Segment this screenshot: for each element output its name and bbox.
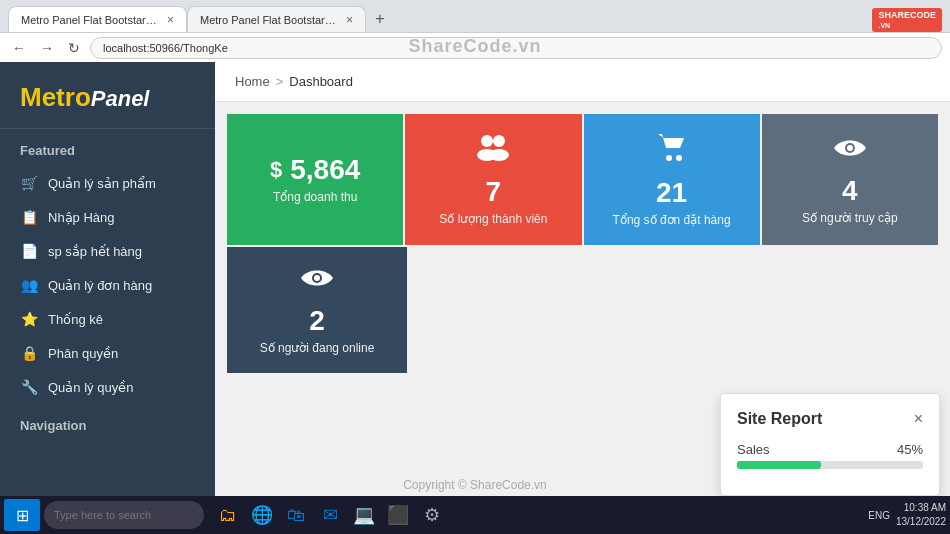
tab-2-title: Metro Panel Flat Bootstarp Resp...: [200, 14, 340, 26]
tab-2[interactable]: Metro Panel Flat Bootstarp Resp... ×: [187, 6, 366, 32]
site-report-header: Site Report ×: [737, 410, 923, 428]
taskbar-app-edge[interactable]: 🌐: [246, 499, 278, 531]
site-report-popup: Site Report × Sales 45%: [720, 393, 940, 496]
sidebar-item-manage-roles[interactable]: 🔧 Quản lý quyền: [0, 370, 215, 404]
products-icon: 🛒: [20, 175, 38, 191]
tab-1-title: Metro Panel Flat Bootstarp Resp...: [21, 14, 161, 26]
taskbar-time: 10:38 AM: [896, 501, 946, 515]
stat-orders-number: 21: [656, 179, 687, 207]
taskbar-app-mail[interactable]: ✉: [314, 499, 346, 531]
sidebar-item-roles[interactable]: 🔒 Phân quyền: [0, 336, 215, 370]
back-button[interactable]: ←: [8, 38, 30, 58]
svg-point-0: [481, 135, 493, 147]
stat-orders-label: Tổng số đơn đặt hàng: [613, 213, 731, 227]
site-report-close-button[interactable]: ×: [914, 410, 923, 428]
taskbar-app-vs[interactable]: 💻: [348, 499, 380, 531]
logo: MetroPanel: [20, 82, 195, 113]
breadcrumb-current: Dashboard: [289, 74, 353, 89]
taskbar-app-settings[interactable]: ⚙: [416, 499, 448, 531]
sidebar-item-stats[interactable]: ⭐ Thống kê: [0, 302, 215, 336]
stat-online-label: Số người đang online: [260, 341, 375, 355]
breadcrumb-sep: >: [276, 74, 284, 89]
forward-button[interactable]: →: [36, 38, 58, 58]
logo-panel: Panel: [91, 86, 150, 111]
sidebar-item-orders-label: Quản lý đơn hàng: [48, 278, 152, 293]
taskbar-right: ENG 10:38 AM 13/12/2022: [868, 501, 946, 529]
sidebar-item-orders[interactable]: 👥 Quản lý đơn hàng: [0, 268, 215, 302]
tab-1-close[interactable]: ×: [167, 13, 174, 27]
tab-bar: Metro Panel Flat Bootstarp Resp... × Met…: [0, 0, 950, 32]
cart-icon: [656, 132, 688, 169]
roles-icon: 🔒: [20, 345, 38, 361]
lang-icon: ENG: [868, 510, 890, 521]
taskbar-app-npm[interactable]: ⬛: [382, 499, 414, 531]
tab-1[interactable]: Metro Panel Flat Bootstarp Resp... ×: [8, 6, 187, 32]
dollar-icon: $: [270, 157, 282, 183]
stat-members-number: 7: [486, 178, 502, 206]
taskbar-apps: 🗂 🌐 🛍 ✉ 💻 ⬛ ⚙: [212, 499, 448, 531]
logo-metro: Metro: [20, 82, 91, 112]
taskbar-date: 13/12/2022: [896, 515, 946, 529]
svg-point-9: [314, 275, 320, 281]
stats-grid: $ 5,864 Tổng doanh thu 7 Số lượng thành …: [215, 102, 950, 245]
navigation-title: Navigation: [0, 404, 215, 441]
manage-roles-icon: 🔧: [20, 379, 38, 395]
sidebar-item-stats-label: Thống kê: [48, 312, 103, 327]
stat-members-label: Số lượng thành viên: [439, 212, 547, 226]
sidebar-item-import-label: Nhập Hàng: [48, 210, 115, 225]
taskbar-system-icons: ENG: [868, 510, 890, 521]
svg-point-3: [489, 149, 509, 161]
stat-orders: 21 Tổng số đơn đặt hàng: [584, 114, 760, 245]
orders-icon: 👥: [20, 277, 38, 293]
url-input[interactable]: [90, 37, 942, 59]
svg-point-7: [847, 145, 853, 151]
eye-icon-visitors: [832, 135, 868, 167]
sidebar-logo: MetroPanel: [0, 62, 215, 129]
report-item-sales-header: Sales 45%: [737, 442, 923, 457]
sidebar-item-roles-label: Phân quyền: [48, 346, 118, 361]
tab-2-close[interactable]: ×: [346, 13, 353, 27]
refresh-button[interactable]: ↻: [64, 38, 84, 58]
sharecode-logo: SHARECODE.VN: [872, 8, 942, 32]
svg-point-5: [676, 155, 682, 161]
breadcrumb: Home > Dashboard: [215, 62, 950, 102]
lowstock-icon: 📄: [20, 243, 38, 259]
taskbar-app-store[interactable]: 🛍: [280, 499, 312, 531]
stat-visitors: 4 Số người truy cập: [762, 114, 938, 245]
eye-icon-online: [299, 265, 335, 297]
stats-icon: ⭐: [20, 311, 38, 327]
stat-members: 7 Số lượng thành viên: [405, 114, 581, 245]
sales-label: Sales: [737, 442, 770, 457]
taskbar-clock: 10:38 AM 13/12/2022: [896, 501, 946, 529]
breadcrumb-home[interactable]: Home: [235, 74, 270, 89]
stat-online-number: 2: [309, 307, 325, 335]
taskbar-app-files[interactable]: 🗂: [212, 499, 244, 531]
sidebar-item-import[interactable]: 📋 Nhập Hàng: [0, 200, 215, 234]
browser-chrome: Metro Panel Flat Bootstarp Resp... × Met…: [0, 0, 950, 62]
sidebar-item-manage-roles-label: Quản lý quyền: [48, 380, 133, 395]
sidebar: MetroPanel Featured 🛒 Quản lý sản phẩm 📋…: [0, 62, 215, 534]
address-bar: ← → ↻ ShareCode.vn: [0, 32, 950, 62]
sales-bar-fill: [737, 461, 821, 469]
stat-revenue-label: Tổng doanh thu: [273, 190, 357, 204]
report-item-sales: Sales 45%: [737, 442, 923, 469]
sales-percent: 45%: [897, 442, 923, 457]
taskbar-search-input[interactable]: [44, 501, 204, 529]
import-icon: 📋: [20, 209, 38, 225]
stat-revenue: $ 5,864 Tổng doanh thu: [227, 114, 403, 245]
sales-bar-bg: [737, 461, 923, 469]
sidebar-item-lowstock[interactable]: 📄 sp sắp hết hàng: [0, 234, 215, 268]
stat-visitors-label: Số người truy cập: [802, 211, 898, 225]
stat-revenue-number: 5,864: [290, 156, 360, 184]
site-report-title: Site Report: [737, 410, 822, 428]
sidebar-item-lowstock-label: sp sắp hết hàng: [48, 244, 142, 259]
stat-visitors-number: 4: [842, 177, 858, 205]
svg-point-4: [666, 155, 672, 161]
sidebar-item-products-label: Quản lý sản phẩm: [48, 176, 156, 191]
new-tab-button[interactable]: +: [366, 6, 394, 32]
sidebar-item-products[interactable]: 🛒 Quản lý sản phẩm: [0, 166, 215, 200]
taskbar: ⊞ 🗂 🌐 🛍 ✉ 💻 ⬛ ⚙ ENG 10:38 AM 13/12/2022: [0, 496, 950, 534]
start-button[interactable]: ⊞: [4, 499, 40, 531]
featured-title: Featured: [0, 129, 215, 166]
stats-row2: 2 Số người đang online: [215, 245, 950, 373]
